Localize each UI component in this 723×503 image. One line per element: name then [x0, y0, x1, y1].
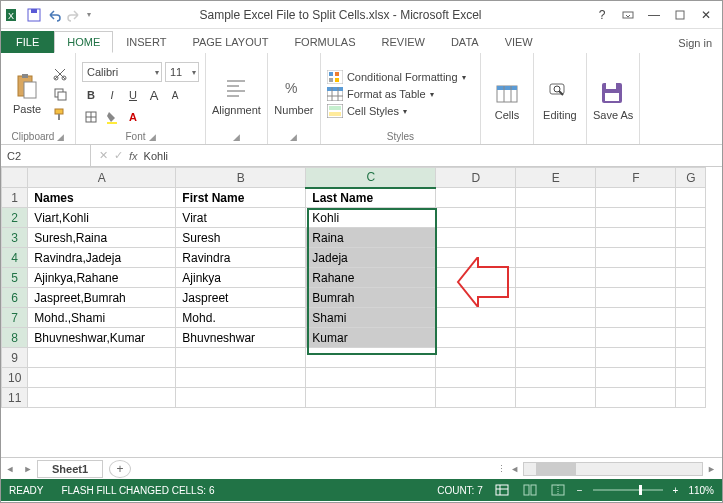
cell[interactable]	[596, 368, 676, 388]
row-header[interactable]: 9	[2, 348, 28, 368]
cell[interactable]	[516, 228, 596, 248]
cell[interactable]: Viart,Kohli	[28, 208, 176, 228]
cell[interactable]	[676, 328, 706, 348]
sign-in-link[interactable]: Sign in	[668, 33, 722, 53]
cell[interactable]	[436, 288, 516, 308]
cell[interactable]: Suresh,Raina	[28, 228, 176, 248]
cell[interactable]	[516, 328, 596, 348]
h-scrollbar[interactable]	[523, 462, 703, 476]
tab-data[interactable]: DATA	[438, 31, 492, 53]
cell[interactable]: Jaspreet	[176, 288, 306, 308]
formula-input[interactable]: Kohli	[144, 150, 714, 162]
cell[interactable]: Shami	[306, 308, 436, 328]
scroll-left-icon[interactable]: ◄	[510, 464, 519, 474]
cell[interactable]	[176, 348, 306, 368]
cell[interactable]	[596, 248, 676, 268]
cell[interactable]	[676, 288, 706, 308]
cell[interactable]	[176, 368, 306, 388]
cell[interactable]	[516, 188, 596, 208]
new-sheet-button[interactable]: +	[109, 460, 131, 478]
cell[interactable]	[306, 388, 436, 408]
col-header[interactable]: C	[306, 168, 436, 188]
cell[interactable]: Bhuvneshwar	[176, 328, 306, 348]
cell[interactable]: Ajinkya,Rahane	[28, 268, 176, 288]
scroll-right-icon[interactable]: ►	[707, 464, 716, 474]
font-name-combo[interactable]: Calibri	[82, 62, 162, 82]
increase-font-icon[interactable]: A	[145, 86, 163, 104]
cell[interactable]	[436, 208, 516, 228]
col-header[interactable]: D	[436, 168, 516, 188]
cell[interactable]	[676, 268, 706, 288]
cell[interactable]	[436, 308, 516, 328]
cell[interactable]: Ravindra	[176, 248, 306, 268]
cell[interactable]	[28, 368, 176, 388]
cell[interactable]	[596, 188, 676, 208]
dialog-launcher-icon[interactable]: ◢	[233, 132, 240, 142]
tab-page-layout[interactable]: PAGE LAYOUT	[179, 31, 281, 53]
tab-home[interactable]: HOME	[54, 31, 113, 53]
name-box[interactable]: C2	[1, 145, 91, 166]
row-header[interactable]: 7	[2, 308, 28, 328]
editing-button[interactable]: Editing	[540, 79, 580, 121]
col-header[interactable]: F	[596, 168, 676, 188]
zoom-in-button[interactable]: +	[673, 485, 679, 496]
conditional-formatting-button[interactable]: Conditional Formatting▾	[327, 70, 466, 84]
sheet-tab[interactable]: Sheet1	[37, 460, 103, 478]
cell[interactable]	[436, 328, 516, 348]
fx-icon[interactable]: fx	[129, 150, 138, 162]
cell[interactable]	[28, 388, 176, 408]
col-header[interactable]: B	[176, 168, 306, 188]
cell[interactable]	[176, 388, 306, 408]
tab-formulas[interactable]: FORMULAS	[281, 31, 368, 53]
row-header[interactable]: 11	[2, 388, 28, 408]
cell[interactable]	[436, 248, 516, 268]
cell[interactable]	[676, 368, 706, 388]
tab-view[interactable]: VIEW	[492, 31, 546, 53]
italic-button[interactable]: I	[103, 86, 121, 104]
copy-icon[interactable]	[51, 85, 69, 103]
cell[interactable]: Kumar	[306, 328, 436, 348]
cell[interactable]: Virat	[176, 208, 306, 228]
cell[interactable]	[516, 208, 596, 228]
ribbon-options-icon[interactable]	[616, 6, 640, 24]
cell[interactable]	[676, 188, 706, 208]
grid-table[interactable]: A B C D E F G 1NamesFirst NameLast Name …	[1, 167, 706, 408]
dialog-launcher-icon[interactable]: ◢	[149, 132, 156, 142]
row-header[interactable]: 1	[2, 188, 28, 208]
cell[interactable]	[596, 268, 676, 288]
cell[interactable]: Suresh	[176, 228, 306, 248]
view-break-icon[interactable]	[549, 483, 567, 497]
view-normal-icon[interactable]	[493, 483, 511, 497]
dialog-launcher-icon[interactable]: ◢	[290, 132, 297, 142]
col-header[interactable]: E	[516, 168, 596, 188]
split-icon[interactable]: ⋮	[497, 464, 506, 474]
fill-color-icon[interactable]	[103, 108, 121, 126]
cell[interactable]	[676, 208, 706, 228]
cell[interactable]	[516, 248, 596, 268]
row-header[interactable]: 8	[2, 328, 28, 348]
cell-styles-button[interactable]: Cell Styles▾	[327, 104, 466, 118]
zoom-slider[interactable]	[593, 489, 663, 491]
cell[interactable]	[676, 388, 706, 408]
cell[interactable]	[676, 348, 706, 368]
cell[interactable]	[306, 348, 436, 368]
cell[interactable]: First Name	[176, 188, 306, 208]
maximize-icon[interactable]	[668, 6, 692, 24]
cell[interactable]	[676, 228, 706, 248]
scroll-thumb[interactable]	[536, 463, 576, 475]
paste-button[interactable]: Paste	[7, 73, 47, 115]
cell[interactable]: Jaspreet,Bumrah	[28, 288, 176, 308]
underline-button[interactable]: U	[124, 86, 142, 104]
cell[interactable]: Bhuvneshwar,Kumar	[28, 328, 176, 348]
select-all[interactable]	[2, 168, 28, 188]
cell[interactable]	[306, 368, 436, 388]
zoom-level[interactable]: 110%	[688, 485, 714, 496]
cell[interactable]: Kohli	[306, 208, 436, 228]
cell[interactable]	[436, 268, 516, 288]
number-button[interactable]: % Number	[274, 74, 314, 116]
tab-file[interactable]: FILE	[1, 31, 54, 53]
col-header[interactable]: G	[676, 168, 706, 188]
cell[interactable]	[676, 308, 706, 328]
cell[interactable]: Bumrah	[306, 288, 436, 308]
cell[interactable]: Ajinkya	[176, 268, 306, 288]
